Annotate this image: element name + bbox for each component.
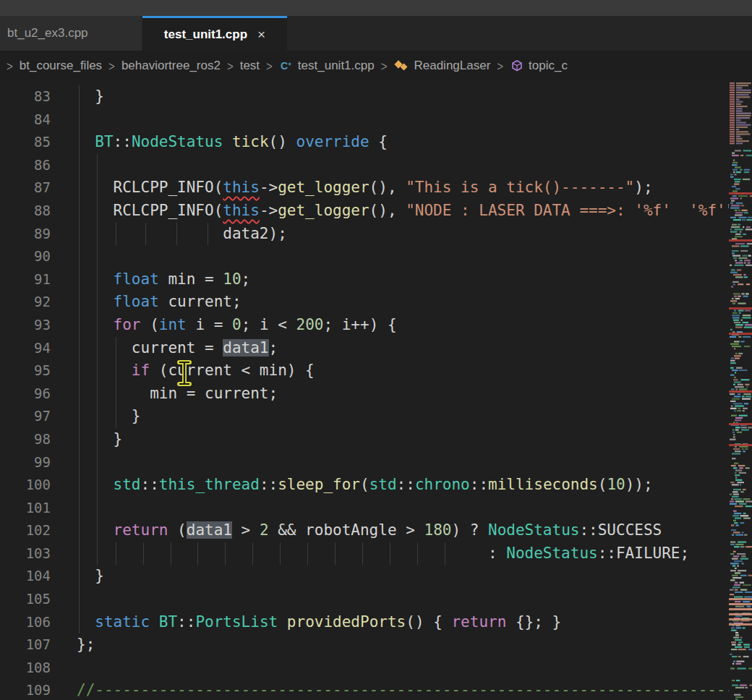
- indent-guide: [79, 154, 80, 177]
- breadcrumb-label: test: [240, 59, 260, 73]
- code-line-88[interactable]: 88 RCLCPP_INFO(this->get_logger(), "NODE…: [0, 200, 729, 223]
- code-line-97[interactable]: 97 }: [0, 405, 729, 428]
- breadcrumb: >bt_course_files>behaviortree_ros2>test>…: [0, 51, 752, 81]
- svg-text:+: +: [288, 61, 291, 68]
- line-number: 89: [0, 223, 51, 246]
- code-line-104[interactable]: 104 }: [0, 565, 729, 588]
- code-line-108[interactable]: 108: [0, 657, 729, 680]
- line-number: 104: [0, 565, 51, 588]
- code-text: for (int i = 0; i < 200; i++) {: [77, 314, 397, 337]
- code-line-96[interactable]: 96 min = current;: [0, 383, 729, 406]
- indent-guide: [97, 154, 98, 177]
- code-text: RCLCPP_INFO(this->get_logger(), "This is…: [77, 176, 653, 200]
- minimap[interactable]: [729, 81, 752, 700]
- code-line-83[interactable]: 83 }: [0, 85, 729, 108]
- code-line-107[interactable]: 107};: [0, 633, 729, 657]
- indent-guide: [79, 245, 80, 268]
- line-number: 98: [0, 428, 51, 451]
- tab-bar: bt_u2_ex3.cpptest_unit1.cpp×: [0, 16, 752, 51]
- breadcrumb-label: bt_course_files: [20, 59, 102, 73]
- line-number: 92: [0, 291, 51, 314]
- code-text: //--------------------------------------…: [77, 679, 729, 700]
- code-text: min = current;: [77, 383, 278, 406]
- tab-label: test_unit1.cpp: [164, 27, 247, 42]
- line-number: 106: [0, 611, 51, 634]
- chevron-right-icon: >: [497, 58, 503, 73]
- close-icon[interactable]: ×: [257, 27, 265, 43]
- code-line-105[interactable]: 105: [0, 588, 729, 611]
- svg-text:C: C: [281, 60, 288, 72]
- code-text: return (data1 > 2 && robotAngle > 180) ?…: [77, 519, 662, 542]
- code-line-106[interactable]: 106 static BT::PortsList providedPorts()…: [0, 611, 729, 634]
- breadcrumb-item-behaviortree_ros2[interactable]: behaviortree_ros2: [121, 59, 221, 73]
- line-number: 83: [0, 85, 51, 108]
- code-text: data2);: [77, 223, 287, 246]
- code-text: static BT::PortsList providedPorts() { r…: [77, 611, 561, 634]
- breadcrumb-label: test_unit1.cpp: [298, 59, 375, 73]
- code-text: float current;: [77, 291, 242, 314]
- indent-guide: [97, 497, 98, 520]
- code-line-103[interactable]: 103 : NodeStatus::FAILURE;: [0, 542, 729, 565]
- breadcrumb-item-ReadingLaser[interactable]: ReadingLaser: [393, 59, 490, 73]
- class-icon: [393, 59, 409, 73]
- breadcrumb-item-test_unit1.cpp[interactable]: C+test_unit1.cpp: [279, 59, 375, 73]
- breadcrumb-item-bt_course_files[interactable]: bt_course_files: [20, 59, 102, 73]
- code-line-90[interactable]: 90: [0, 245, 729, 268]
- code-text: }: [77, 428, 122, 451]
- code-text: };: [77, 633, 95, 657]
- code-line-89[interactable]: 89 data2);: [0, 223, 729, 246]
- line-number: 105: [0, 588, 51, 611]
- line-number: 96: [0, 383, 51, 406]
- code-line-100[interactable]: 100 std::this_thread::sleep_for(std::chr…: [0, 474, 729, 497]
- code-text: if (current < min) {: [77, 359, 315, 383]
- code-text: }: [77, 565, 104, 588]
- code-line-101[interactable]: 101: [0, 497, 729, 520]
- code-line-109[interactable]: 109//-----------------------------------…: [0, 679, 729, 700]
- code-line-86[interactable]: 86: [0, 154, 729, 177]
- breadcrumb-item-test[interactable]: test: [240, 59, 260, 73]
- indent-guide: [79, 497, 80, 520]
- line-number: 84: [0, 108, 51, 132]
- tab-label: bt_u2_ex3.cpp: [7, 26, 88, 40]
- code-text: std::this_thread::sleep_for(std::chrono:…: [77, 474, 653, 497]
- line-number: 99: [0, 451, 51, 474]
- code-line-98[interactable]: 98 }: [0, 428, 729, 451]
- tab-bt_u2_ex3.cpp[interactable]: bt_u2_ex3.cpp: [0, 16, 142, 51]
- code-line-87[interactable]: 87 RCLCPP_INFO(this->get_logger(), "This…: [0, 176, 729, 200]
- line-number: 102: [0, 519, 51, 542]
- chevron-right-icon: >: [266, 58, 273, 73]
- symbol-cube-icon: [510, 59, 524, 73]
- code-text: BT::NodeStatus tick() override {: [77, 131, 388, 154]
- line-number: 93: [0, 314, 51, 337]
- line-number: 100: [0, 474, 51, 497]
- code-text: float min = 10;: [77, 268, 250, 291]
- code-text: current = data1;: [77, 337, 278, 360]
- indent-guide: [79, 451, 80, 474]
- line-number: 95: [0, 359, 51, 383]
- breadcrumb-item-topic_c[interactable]: topic_c: [510, 59, 568, 73]
- cpp-file-icon: C+: [279, 59, 294, 73]
- code-line-95[interactable]: 95 if (current < min) {: [0, 359, 729, 383]
- code-line-102[interactable]: 102 return (data1 > 2 && robotAngle > 18…: [0, 519, 729, 542]
- code-line-84[interactable]: 84: [0, 108, 729, 132]
- code-text: }: [77, 85, 104, 108]
- line-number: 109: [0, 679, 51, 700]
- code-line-99[interactable]: 99: [0, 451, 729, 474]
- this-keyword-error: this: [223, 179, 260, 196]
- line-number: 108: [0, 657, 51, 680]
- breadcrumb-label: topic_c: [529, 59, 568, 73]
- code-text: RCLCPP_INFO(this->get_logger(), "NODE : …: [77, 200, 729, 223]
- code-editor[interactable]: 83 }8485 BT::NodeStatus tick() override …: [0, 81, 729, 700]
- indent-guide: [79, 108, 80, 132]
- code-line-94[interactable]: 94 current = data1;: [0, 337, 729, 360]
- chevron-right-icon: >: [381, 58, 388, 73]
- code-line-85[interactable]: 85 BT::NodeStatus tick() override {: [0, 131, 729, 154]
- line-number: 86: [0, 154, 51, 177]
- tab-test_unit1.cpp[interactable]: test_unit1.cpp×: [142, 16, 287, 51]
- breadcrumb-label: behaviortree_ros2: [121, 59, 221, 73]
- code-line-91[interactable]: 91 float min = 10;: [0, 268, 729, 291]
- line-number: 101: [0, 497, 51, 520]
- code-line-92[interactable]: 92 float current;: [0, 291, 729, 314]
- code-text: : NodeStatus::FAILURE;: [77, 542, 689, 565]
- code-line-93[interactable]: 93 for (int i = 0; i < 200; i++) {: [0, 314, 729, 337]
